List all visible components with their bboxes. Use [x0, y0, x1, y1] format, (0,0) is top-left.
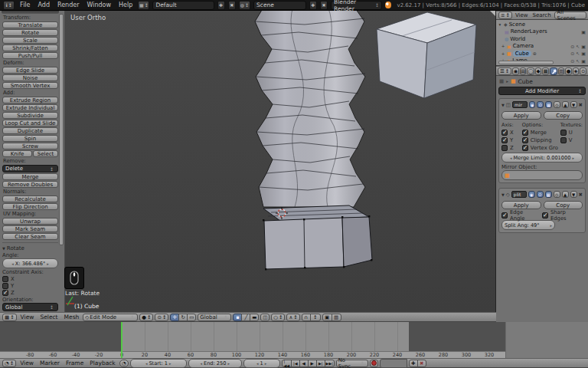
- modifier-delete-icon[interactable]: ✖: [579, 102, 583, 108]
- tool-remove-doubles-button[interactable]: Remove Doubles: [2, 181, 58, 188]
- visibility-eye-icon[interactable]: ⊙: [570, 58, 574, 64]
- decrement-arrow-icon[interactable]: ◂: [145, 361, 148, 366]
- tool-push-pull-button[interactable]: Push/Pull: [2, 52, 58, 59]
- preview-range-toggle[interactable]: ◔: [119, 360, 129, 367]
- tool-scale-button[interactable]: Scale: [2, 37, 58, 44]
- current-frame-playhead[interactable]: [121, 322, 122, 358]
- manipulator-scale-toggle[interactable]: ▭: [187, 314, 196, 321]
- face-select-toggle[interactable]: ▬: [250, 314, 259, 321]
- angle-value-field[interactable]: ◂ X: 366.486° ▸: [2, 258, 58, 268]
- modifier-editmode-toggle[interactable]: ▦: [545, 191, 552, 198]
- timeline-editor-type-button[interactable]: ◔↕: [2, 360, 16, 367]
- display-filter-dropdown[interactable]: All Scenes↕: [554, 12, 586, 19]
- tool-duplicate-button[interactable]: Duplicate: [2, 127, 58, 134]
- split-angle-field[interactable]: Split Ang: 49° ▸: [501, 220, 555, 230]
- expand-icon[interactable]: +: [501, 51, 505, 56]
- sync-mode-dropdown[interactable]: No Sync↕: [336, 360, 368, 367]
- decrement-arrow-icon[interactable]: ◂: [11, 261, 14, 266]
- increment-arrow-icon[interactable]: ▸: [265, 361, 267, 366]
- viewport-shading-dropdown[interactable]: ●↕: [139, 314, 153, 321]
- view3d-editor-type-button[interactable]: ▦↕: [2, 314, 17, 321]
- occlude-geometry-toggle[interactable]: ◫: [260, 314, 270, 321]
- menu-render[interactable]: Render: [55, 2, 81, 8]
- toolshelf-scrollbar[interactable]: [59, 14, 64, 245]
- menu-select[interactable]: Select: [38, 314, 60, 320]
- modifier-move-up-button[interactable]: ▲: [562, 191, 569, 198]
- decrement-arrow-icon[interactable]: ◂: [510, 156, 512, 160]
- operator-panel-header[interactable]: ▼ Rotate: [2, 245, 58, 251]
- current-frame-field[interactable]: ◂1▸: [243, 359, 280, 368]
- mirror-axis-z-checkbox[interactable]: Z: [501, 144, 522, 151]
- mirror-merge-checkbox[interactable]: Merge: [522, 129, 560, 136]
- outliner-item-camera[interactable]: + ▣ Camera ⊙↖▣: [498, 43, 586, 51]
- tool-smooth-vertex-button[interactable]: Smooth Vertex: [2, 82, 58, 89]
- jump-to-end-button[interactable]: ▶▶|: [325, 360, 335, 367]
- tab-modifiers[interactable]: [550, 67, 557, 75]
- tab-scene[interactable]: ▤: [520, 67, 527, 75]
- menu-window[interactable]: Window: [84, 2, 113, 8]
- modifier-render-toggle[interactable]: ◉: [529, 101, 536, 108]
- decrement-arrow-icon[interactable]: ◂: [256, 361, 259, 366]
- increment-arrow-icon[interactable]: ▸: [572, 156, 574, 160]
- pin-icon[interactable]: ▦: [499, 78, 504, 84]
- region-corner-widget[interactable]: [490, 11, 495, 16]
- tool-loop-cut-button[interactable]: Loop Cut and Slide: [2, 120, 58, 127]
- menu-view[interactable]: View: [18, 314, 37, 320]
- snap-toggle[interactable]: ∩: [302, 314, 311, 321]
- menu-add[interactable]: Add: [36, 2, 53, 8]
- add-scene-button[interactable]: ✚: [309, 1, 317, 10]
- constraint-axis-x-checkbox[interactable]: X: [2, 275, 58, 282]
- render-engine-dropdown[interactable]: Blender Render↕: [331, 1, 382, 10]
- menu-playback[interactable]: Playback: [87, 360, 117, 366]
- mode-dropdown[interactable]: ◇ Edit Mode ↕: [83, 314, 138, 321]
- snap-element-dropdown[interactable]: ↕: [310, 314, 321, 321]
- selectability-arrow-icon[interactable]: ↖: [576, 58, 580, 64]
- timeline-tracks[interactable]: [0, 322, 588, 351]
- merge-limit-field[interactable]: ◂ Merge Limit: 0.001000 ▸: [501, 153, 583, 163]
- mirror-clipping-checkbox[interactable]: Clipping: [522, 136, 560, 143]
- increment-arrow-icon[interactable]: ▸: [47, 261, 49, 266]
- tool-noise-button[interactable]: Noise: [2, 74, 58, 81]
- tool-subdivide-button[interactable]: Subdivide: [2, 112, 58, 119]
- mirror-vertex-groups-checkbox[interactable]: Vertex Gro: [522, 144, 560, 151]
- tool-clear-seam-button[interactable]: Clear Seam: [2, 233, 58, 240]
- tool-unwrap-button[interactable]: Unwrap: [2, 218, 58, 225]
- mirror-texture-u-checkbox[interactable]: U: [560, 129, 583, 136]
- auto-keyframe-record-button[interactable]: [370, 360, 378, 367]
- info-editor-type-button[interactable]: ℹ↕: [3, 1, 15, 10]
- menu-frame[interactable]: Frame: [64, 360, 86, 366]
- tab-constraints[interactable]: ▦: [542, 67, 549, 75]
- base-box-mesh[interactable]: [263, 205, 372, 270]
- frame-end-field[interactable]: ◂End: 250▸: [188, 359, 242, 368]
- chevron-down-icon[interactable]: ▼: [501, 103, 505, 107]
- modifier-viewport-toggle[interactable]: ⊙: [537, 191, 544, 198]
- menu-marker[interactable]: Marker: [38, 360, 62, 366]
- mirror-axis-x-checkbox[interactable]: X: [501, 129, 522, 136]
- sharp-edges-checkbox[interactable]: Sharp Edges: [542, 212, 583, 219]
- tab-world[interactable]: ◯: [527, 67, 534, 75]
- delete-scene-button[interactable]: ✖: [320, 1, 328, 10]
- tool-extrude-region-button[interactable]: Extrude Region: [2, 97, 58, 104]
- selectability-arrow-icon[interactable]: ↖: [576, 44, 580, 49]
- menu-view[interactable]: View: [18, 360, 36, 366]
- outliner-item-world[interactable]: ◍ World: [498, 35, 586, 43]
- proportional-edit-dropdown[interactable]: ○↕: [271, 314, 285, 321]
- renderability-camera-icon[interactable]: ▣: [581, 51, 586, 56]
- visibility-eye-icon[interactable]: ⊙: [570, 51, 574, 56]
- collapse-icon[interactable]: ▾: [498, 22, 502, 27]
- selectability-arrow-icon[interactable]: ↖: [576, 51, 580, 56]
- tab-texture[interactable]: ◈: [573, 67, 580, 75]
- modifier-name-field[interactable]: mir: [512, 101, 528, 108]
- delete-dropdown[interactable]: Delete↕: [2, 165, 58, 172]
- edge-split-copy-button[interactable]: Copy: [544, 201, 583, 209]
- tool-mark-seam-button[interactable]: Mark Seam: [2, 225, 58, 232]
- tool-merge-button[interactable]: Merge: [2, 173, 58, 180]
- tab-render[interactable]: ◉: [512, 67, 519, 75]
- properties-editor-type-button[interactable]: ☰↕: [498, 67, 511, 75]
- expand-icon[interactable]: +: [501, 44, 505, 48]
- tool-translate-button[interactable]: Translate: [2, 21, 58, 28]
- render-opengl-image-button[interactable]: ▣: [322, 314, 332, 321]
- screen-layout-icon-button[interactable]: ▦↕: [138, 1, 149, 10]
- next-keyframe-button[interactable]: ▶|: [316, 360, 325, 367]
- increment-arrow-icon[interactable]: ▸: [227, 361, 230, 366]
